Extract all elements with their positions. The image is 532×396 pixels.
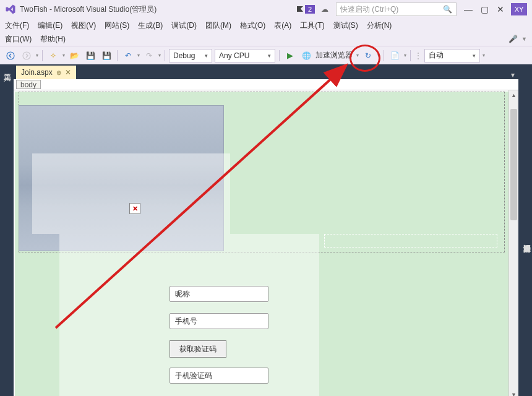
- toolbar-grip: ⋮: [414, 51, 422, 60]
- toolbar: ▾ ✧ ▾ 📂 💾 💾 ↶ ▾ ↷ ▾ Debug▾ Any CPU▾ ▶ 🌐 …: [0, 46, 532, 64]
- menu-item[interactable]: 团队(M): [205, 20, 231, 31]
- vs-logo-icon: [5, 4, 16, 15]
- tab-close-icon[interactable]: ✕: [65, 68, 71, 77]
- phone-code-field[interactable]: 手机验证码: [169, 368, 268, 384]
- menu-item[interactable]: 文件(F): [5, 20, 29, 31]
- menu-item[interactable]: 分析(N): [367, 20, 392, 31]
- menu-item[interactable]: 帮助(H): [40, 34, 66, 45]
- phone-field[interactable]: 手机号: [169, 313, 268, 329]
- new-item-button[interactable]: ✧: [46, 49, 60, 62]
- voice-icon[interactable]: 🎤: [508, 35, 518, 43]
- menu-item[interactable]: 格式(O): [240, 20, 265, 31]
- open-button[interactable]: 📂: [67, 49, 81, 62]
- tab-label: Join.aspx: [21, 68, 53, 77]
- nav-back-button[interactable]: [4, 49, 17, 62]
- nickname-field[interactable]: 昵称: [169, 286, 268, 302]
- quick-launch-search[interactable]: 快速启动 (Ctrl+Q) 🔍: [336, 2, 457, 16]
- scroll-up-icon[interactable]: ▲: [509, 90, 518, 100]
- nav-forward-button: [20, 49, 33, 62]
- search-icon: 🔍: [443, 5, 452, 14]
- menu-item[interactable]: 网站(S): [105, 20, 129, 31]
- find-icon[interactable]: 📄: [388, 49, 401, 62]
- menu-item[interactable]: 编辑(E): [38, 20, 62, 31]
- save-all-button[interactable]: 💾: [100, 49, 113, 62]
- menu-item[interactable]: 视图(V): [71, 20, 96, 31]
- toolbox-rail[interactable]: 工具箱: [0, 64, 14, 396]
- vertical-scrollbar[interactable]: ▲ ▼: [508, 90, 518, 396]
- page-surface[interactable]: ✕ 昵称 手机号 获取验证码 手机验证码: [15, 92, 508, 396]
- menu-item[interactable]: 表(A): [274, 20, 291, 31]
- chevron-down-icon[interactable]: ▼: [521, 36, 527, 42]
- window-title: TwoFish - Microsoft Visual Studio(管理员): [20, 4, 157, 15]
- platform-dropdown[interactable]: Any CPU▾: [215, 49, 275, 62]
- design-canvas[interactable]: ✕ 昵称 手机号 获取验证码 手机验证码 ▲ ▼ ◀ ▶: [14, 90, 518, 396]
- get-code-button[interactable]: 获取验证码: [169, 340, 226, 358]
- minimize-button[interactable]: —: [460, 3, 476, 15]
- pin-icon[interactable]: ⊕: [56, 69, 61, 76]
- redo-button: ↷: [142, 49, 156, 62]
- user-badge[interactable]: XY: [511, 3, 527, 15]
- close-button[interactable]: ✕: [492, 3, 508, 15]
- auto-dropdown[interactable]: 自动▾: [424, 49, 480, 62]
- refresh-icon[interactable]: ↻: [361, 49, 375, 62]
- notifications[interactable]: 2: [296, 5, 315, 14]
- breadcrumb-body[interactable]: body: [16, 80, 41, 89]
- selection-marker: [324, 234, 497, 248]
- run-target-label: 加速浏览器: [315, 50, 353, 61]
- svg-point-0: [7, 52, 14, 59]
- config-dropdown[interactable]: Debug▾: [169, 49, 212, 62]
- breadcrumb-bar: body: [14, 79, 518, 90]
- tab-overflow-icon[interactable]: ▾: [507, 71, 518, 79]
- menu-bar: 文件(F)编辑(E)视图(V)网站(S)生成(B)调试(D)团队(M)格式(O)…: [0, 19, 532, 46]
- browser-icon[interactable]: 🌐: [299, 49, 313, 62]
- scroll-down-icon[interactable]: ▼: [509, 390, 518, 396]
- workspace: 工具箱 Join.aspx ⊕ ✕ ▾ body ✕ 昵称 手机号 获取: [0, 64, 532, 396]
- panel-overlay-1: [32, 153, 230, 234]
- save-button[interactable]: 💾: [84, 49, 97, 62]
- document-tabs: Join.aspx ⊕ ✕ ▾: [14, 64, 518, 79]
- title-bar: TwoFish - Microsoft Visual Studio(管理员) 2…: [0, 0, 532, 19]
- search-placeholder: 快速启动 (Ctrl+Q): [340, 4, 443, 15]
- feedback-icon[interactable]: ☁: [321, 5, 328, 14]
- flag-icon: [296, 6, 304, 13]
- menu-item[interactable]: 生成(B): [138, 20, 163, 31]
- menu-item[interactable]: 工具(T): [300, 20, 324, 31]
- notification-count: 2: [305, 5, 315, 14]
- tab-join-aspx[interactable]: Join.aspx ⊕ ✕: [16, 66, 76, 79]
- menu-item[interactable]: 调试(D): [171, 20, 197, 31]
- broken-image-icon[interactable]: ✕: [129, 203, 140, 214]
- scroll-thumb-v[interactable]: [510, 109, 517, 220]
- maximize-button[interactable]: ▢: [476, 3, 492, 15]
- editor-area: Join.aspx ⊕ ✕ ▾ body ✕ 昵称 手机号 获取验证码 手机验证…: [14, 64, 518, 396]
- undo-button[interactable]: ↶: [121, 49, 135, 62]
- svg-point-1: [23, 52, 30, 59]
- menu-item[interactable]: 窗口(W): [5, 34, 32, 45]
- run-button[interactable]: ▶: [283, 49, 297, 62]
- right-rails: 解决方案资源管理器 团队资源管理器 诊断工具 属性: [518, 64, 532, 396]
- menu-item[interactable]: 测试(S): [333, 20, 358, 31]
